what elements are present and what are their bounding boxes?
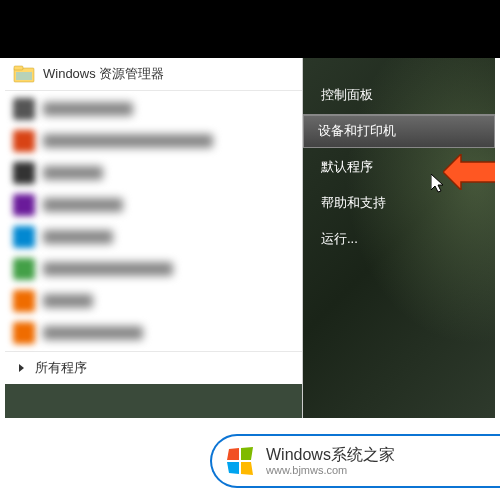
app-label-blurred [43, 262, 173, 276]
app-icon [13, 226, 35, 248]
list-item[interactable] [5, 253, 302, 285]
svg-rect-2 [16, 72, 32, 80]
pinned-programs-blurred [5, 91, 302, 351]
app-icon [13, 194, 35, 216]
list-item[interactable] [5, 221, 302, 253]
app-icon [13, 322, 35, 344]
app-label-blurred [43, 230, 113, 244]
menu-label: 运行... [321, 230, 358, 248]
app-label-blurred [43, 326, 143, 340]
explorer-icon [13, 63, 35, 85]
watermark-text: Windows系统之家 www.bjmws.com [266, 446, 395, 476]
list-item[interactable] [5, 125, 302, 157]
list-item[interactable] [5, 317, 302, 349]
app-icon [13, 258, 35, 280]
arrow-right-icon [17, 359, 27, 377]
list-item[interactable] [5, 189, 302, 221]
app-label-blurred [43, 198, 123, 212]
start-menu-right-panel: 控制面板 设备和打印机 默认程序 帮助和支持 运行... [303, 58, 495, 418]
search-area[interactable] [5, 384, 302, 418]
start-menu: Windows 资源管理器 所有程序 控制面板 设备和打印机 默认程序 帮助和支… [5, 58, 495, 418]
watermark-url: www.bjmws.com [266, 464, 395, 476]
windows-logo-icon [222, 443, 258, 479]
app-label-blurred [43, 102, 133, 116]
list-item[interactable] [5, 93, 302, 125]
app-label-blurred [43, 134, 213, 148]
menu-label: 控制面板 [321, 86, 373, 104]
menu-control-panel[interactable]: 控制面板 [307, 78, 491, 112]
menu-label: 默认程序 [321, 158, 373, 176]
svg-rect-1 [14, 66, 23, 70]
annotation-arrow-icon [443, 154, 495, 194]
start-menu-left-panel: Windows 资源管理器 所有程序 [5, 58, 303, 418]
list-item[interactable] [5, 285, 302, 317]
program-windows-explorer[interactable]: Windows 资源管理器 [5, 58, 302, 91]
menu-label: 设备和打印机 [318, 122, 396, 140]
menu-devices-printers[interactable]: 设备和打印机 [303, 114, 495, 148]
window-top-strip [0, 0, 500, 58]
app-icon [13, 162, 35, 184]
app-icon [13, 290, 35, 312]
program-label: Windows 资源管理器 [43, 65, 164, 83]
menu-run[interactable]: 运行... [307, 222, 491, 256]
watermark-title: Windows系统之家 [266, 446, 395, 464]
app-label-blurred [43, 166, 103, 180]
watermark: Windows系统之家 www.bjmws.com [210, 434, 500, 488]
all-programs-label: 所有程序 [35, 359, 87, 377]
all-programs[interactable]: 所有程序 [5, 351, 302, 384]
menu-label: 帮助和支持 [321, 194, 386, 212]
app-icon [13, 130, 35, 152]
app-label-blurred [43, 294, 93, 308]
list-item[interactable] [5, 157, 302, 189]
app-icon [13, 98, 35, 120]
